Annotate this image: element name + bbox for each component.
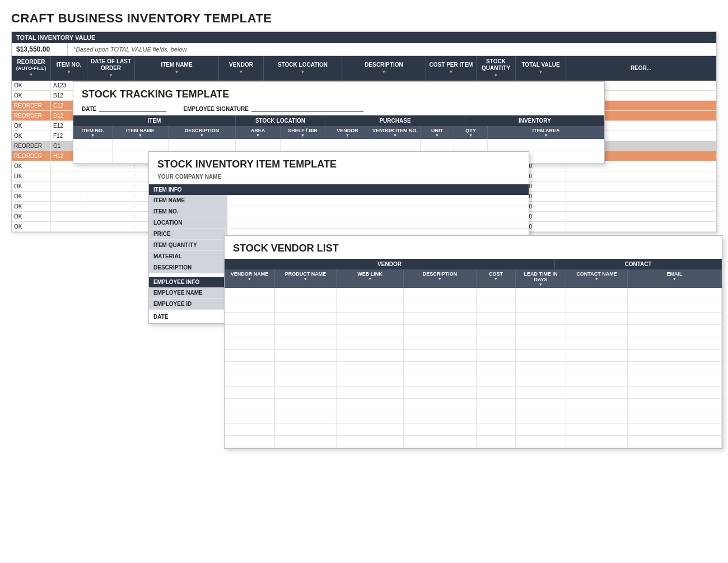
sh-itemname: ITEM NAME ▼: [113, 126, 169, 139]
vl-data-row: [225, 387, 722, 399]
vl-sh-leadtime-arrow[interactable]: ▼: [539, 282, 543, 286]
total-value-row: $13,550.00 *Based upon TOTAL VALUE field…: [12, 43, 716, 56]
signature-line: [251, 111, 363, 112]
vl-sh-vendorname-arrow[interactable]: ▼: [248, 277, 251, 281]
qty-filter-icon[interactable]: ▼: [494, 73, 498, 78]
vendor-filter-icon[interactable]: ▼: [239, 69, 244, 75]
vl-vendor-header: VENDOR: [225, 259, 555, 269]
vl-data-row: [225, 362, 722, 374]
sh-itemname-arrow[interactable]: ▼: [138, 133, 142, 137]
sheet4-stock-vendor-list: STOCK VENDOR LIST VENDOR CONTACT VENDOR …: [224, 235, 722, 449]
sh-vendor-arrow[interactable]: ▼: [346, 133, 349, 137]
header-date-last-order: DATE OF LAST ORDER ▼: [87, 56, 135, 81]
inv-item-info-header: ITEM INFO: [149, 184, 529, 195]
sh-area: AREA ▼: [236, 126, 281, 139]
cell-status: OK: [12, 91, 51, 100]
inv-material-label: MATERIAL: [149, 251, 227, 262]
date-filter-icon[interactable]: ▼: [109, 73, 113, 78]
header-vendor: VENDOR ▼: [219, 56, 264, 81]
sh-unit: UNIT ▼: [421, 126, 454, 139]
cost-filter-icon[interactable]: ▼: [449, 69, 454, 75]
section-stock-location: STOCK LOCATION: [236, 115, 325, 126]
sh-itemarea-arrow[interactable]: ▼: [544, 133, 548, 137]
stockloc-filter-icon[interactable]: ▼: [301, 69, 305, 75]
date-line: [99, 111, 166, 112]
header-cost-per-item: COST PER ITEM ▼: [426, 56, 477, 81]
cell-status: REORDER: [12, 151, 51, 161]
itemno-filter-icon[interactable]: ▼: [67, 69, 71, 75]
cell-status: OK: [12, 121, 51, 131]
inv-location-value[interactable]: [227, 217, 529, 228]
vl-data-row: [225, 313, 722, 325]
sh-desc: DESCRIPTION ▼: [169, 126, 236, 139]
itemname-filter-icon[interactable]: ▼: [175, 69, 179, 75]
header-description: DESCRIPTION ▼: [342, 56, 426, 81]
section-purchase: PURCHASE: [325, 115, 465, 126]
inv-employee-name-label: EMPLOYEE NAME: [149, 287, 227, 298]
sheet2-date-sig-row: DATE EMPLOYEE SIGNATURE: [73, 104, 604, 115]
header-stock-quantity: STOCK QUANTITY ▼: [477, 56, 516, 81]
vl-data-row: [225, 424, 722, 436]
sh-vendorno-arrow[interactable]: ▼: [393, 133, 397, 137]
inv-date-label: DATE: [153, 314, 168, 320]
cell-status: REORDER: [12, 141, 51, 151]
sh-vendor: VENDOR ▼: [325, 126, 370, 139]
vl-sh-desc: DESCRIPTION ▼: [404, 269, 477, 288]
total-inventory-bar: TOTAL INVENTORY VALUE: [12, 32, 716, 43]
sheet3-title: STOCK INVENTORY ITEM TEMPLATE: [149, 152, 529, 173]
vl-sh-product: PRODUCT NAME ▼: [275, 269, 337, 288]
desc-filter-icon[interactable]: ▼: [382, 69, 386, 75]
sh-qty: QTY ▼: [454, 126, 488, 139]
vl-top-headers: VENDOR CONTACT: [225, 259, 722, 269]
inv-description-label: DESCRIPTION: [149, 262, 227, 273]
cell-status: OK: [12, 81, 51, 90]
vl-sh-desc-arrow[interactable]: ▼: [438, 277, 442, 281]
section-item: ITEM: [73, 115, 236, 126]
vl-sh-weblink-arrow[interactable]: ▼: [368, 277, 372, 281]
vl-data-row: [225, 399, 722, 411]
reorder-filter-icon[interactable]: ▼: [29, 72, 34, 78]
vl-sub-headers: VENDOR NAME ▼ PRODUCT NAME ▼ WEB LINK ▼ …: [225, 269, 722, 288]
sh-shelf-arrow[interactable]: ▼: [301, 133, 305, 137]
sh-area-arrow[interactable]: ▼: [256, 133, 260, 137]
sh-qty-arrow[interactable]: ▼: [469, 133, 473, 137]
inv-item-qty-label: ITEM QUANTITY: [149, 240, 227, 250]
vl-data-row: [225, 436, 722, 448]
inv-location-row: LOCATION: [149, 217, 529, 229]
vl-contact-header: CONTACT: [555, 259, 722, 269]
inv-item-name-row: ITEM NAME: [149, 195, 529, 206]
vl-sh-cost: COST ▼: [477, 269, 516, 288]
inv-item-name-label: ITEM NAME: [149, 195, 227, 206]
vl-sh-product-arrow[interactable]: ▼: [304, 277, 307, 281]
vl-sh-weblink: WEB LINK ▼: [337, 269, 404, 288]
sh-unit-arrow[interactable]: ▼: [435, 133, 439, 137]
inventory-header-row: REORDER (auto-fill) ▼ ITEM NO. ▼ DATE OF…: [12, 56, 716, 81]
vl-data-row: [225, 350, 722, 362]
vl-sh-vendorname: VENDOR NAME ▼: [225, 269, 275, 288]
sh-vendorno: VENDOR ITEM NO. ▼: [370, 126, 421, 139]
vl-data-row: [225, 300, 722, 313]
totalval-filter-icon[interactable]: ▼: [539, 69, 543, 75]
header-total-value: TOTAL VALUE ▼: [516, 56, 566, 81]
main-container: CRAFT BUSINESS INVENTORY TEMPLATE TOTAL …: [0, 0, 728, 563]
vl-data-row: [225, 411, 722, 424]
vl-sh-contactname-arrow[interactable]: ▼: [595, 277, 599, 281]
vl-data-row: [225, 325, 722, 337]
st-data-row: [73, 139, 604, 151]
inv-item-no-value[interactable]: [227, 206, 529, 217]
vl-sh-cost-arrow[interactable]: ▼: [494, 277, 498, 281]
inv-item-name-value[interactable]: [227, 195, 529, 206]
vl-sh-email-arrow[interactable]: ▼: [673, 277, 676, 281]
sh-itemno-arrow[interactable]: ▼: [91, 133, 95, 137]
header-stock-location: STOCK LOCATION ▼: [264, 56, 342, 81]
sh-itemarea: ITEM AREA ▼: [488, 126, 604, 139]
sheet2-sub-headers: ITEM NO. ▼ ITEM NAME ▼ DESCRIPTION ▼ ARE…: [73, 126, 604, 139]
vl-sh-contactname: CONTACT NAME ▼: [566, 269, 628, 288]
cell-status: OK: [12, 131, 51, 141]
header-item-no: ITEM NO. ▼: [51, 56, 87, 81]
sheet4-title: STOCK VENDOR LIST: [225, 236, 722, 259]
sh-desc-arrow[interactable]: ▼: [200, 133, 204, 137]
inv-employee-id-label: EMPLOYEE ID: [149, 299, 227, 309]
inv-item-no-row: ITEM NO.: [149, 206, 529, 217]
page-title: CRAFT BUSINESS INVENTORY TEMPLATE: [11, 11, 717, 26]
